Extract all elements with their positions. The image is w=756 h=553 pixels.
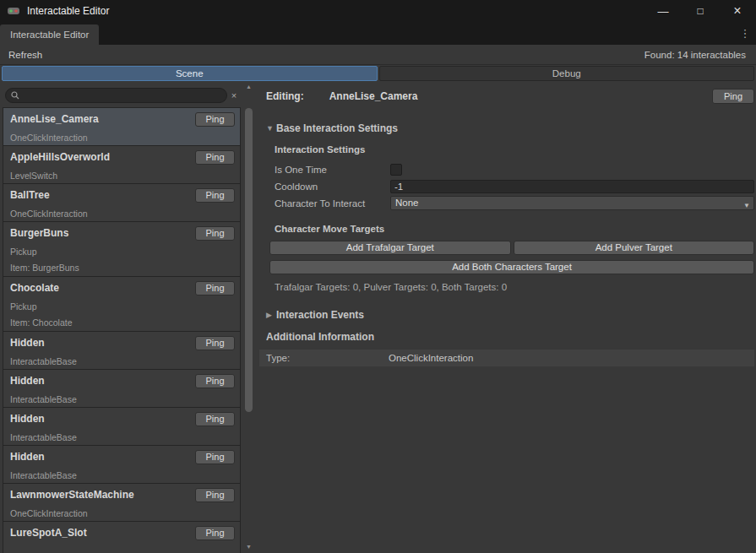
item-ping-button[interactable]: Ping: [195, 226, 235, 241]
maximize-icon[interactable]: □: [682, 0, 719, 22]
content-area: × AnneLise_Camera Ping OneClickInteracti…: [0, 82, 756, 553]
list-item[interactable]: BurgerBuns Ping PickupItem: BurgerBuns: [3, 221, 241, 277]
search-input[interactable]: [23, 89, 221, 102]
item-ping-button[interactable]: Ping: [195, 412, 235, 426]
item-subline: Item: Chocolate: [10, 317, 233, 328]
item-ping-button[interactable]: Ping: [195, 112, 235, 127]
add-both-characters-target-button[interactable]: Add Both Characters Target: [269, 260, 754, 274]
item-subline: Pickup: [10, 301, 233, 312]
item-ping-button[interactable]: Ping: [195, 281, 235, 295]
list-item[interactable]: BallTree Ping OneClickInteraction: [3, 183, 241, 222]
item-sublines: PickupItem: BurgerBuns: [10, 247, 233, 273]
window-controls: — □ ×: [645, 0, 756, 22]
list-item[interactable]: LureSpotA_Slot Ping: [3, 521, 241, 553]
foldout-base-interaction-settings[interactable]: ▼ Base Interaction Settings: [259, 122, 754, 134]
chevron-down-icon: ▼: [743, 199, 750, 212]
item-sublines: OneClickInteraction: [10, 508, 233, 518]
cooldown-row: Cooldown -1: [275, 178, 754, 194]
tab-debug[interactable]: Debug: [379, 66, 755, 81]
close-icon[interactable]: ×: [719, 0, 756, 22]
search-clear-icon[interactable]: ×: [227, 90, 241, 100]
refresh-button[interactable]: Refresh: [7, 48, 49, 62]
character-to-interact-dropdown[interactable]: None ▼: [390, 196, 754, 210]
type-row: Type: OneClickInteraction: [259, 350, 754, 366]
type-value: OneClickInteraction: [389, 353, 473, 363]
add-trafalgar-target-button[interactable]: Add Trafalgar Target: [269, 241, 511, 255]
interactable-editor-window: Interactable Editor — □ × Interactable E…: [0, 0, 756, 553]
editing-label: Editing:: [266, 90, 304, 102]
item-sublines: InteractableBase: [10, 432, 233, 442]
list-item[interactable]: Hidden Ping InteractableBase: [3, 445, 241, 484]
search-field[interactable]: [5, 88, 227, 103]
tab-scene[interactable]: Scene: [2, 66, 378, 81]
foldout-label: Base Interaction Settings: [276, 122, 398, 134]
list-item[interactable]: Hidden Ping InteractableBase: [3, 369, 241, 408]
is-one-time-row: Is One Time: [275, 161, 754, 177]
dock-tab-interactable-editor[interactable]: Interactable Editor: [0, 24, 99, 45]
item-sublines: PickupItem: Chocolate: [10, 301, 233, 328]
foldout-label: Interaction Events: [276, 309, 364, 321]
list-item[interactable]: LawnmowerStateMachine Ping OneClickInter…: [3, 483, 241, 522]
list-item[interactable]: AnneLise_Camera Ping OneClickInteraction: [3, 107, 241, 146]
item-sublines: InteractableBase: [10, 394, 233, 404]
item-ping-button[interactable]: Ping: [195, 374, 235, 388]
list-item[interactable]: Hidden Ping InteractableBase: [3, 407, 241, 446]
list-item[interactable]: Chocolate Ping PickupItem: Chocolate: [3, 276, 241, 332]
item-subline: InteractableBase: [10, 432, 233, 442]
window-title: Interactable Editor: [27, 5, 109, 17]
app-icon: [7, 4, 20, 18]
found-count-label: Found: 14 interactables: [645, 50, 749, 60]
character-to-interact-row: Character To Interact None ▼: [275, 195, 754, 211]
item-sublines: OneClickInteraction: [10, 209, 233, 219]
dropdown-value: None: [395, 198, 419, 208]
item-subline: OneClickInteraction: [10, 133, 233, 143]
target-buttons-row: Add Trafalgar Target Add Pulver Target: [269, 241, 754, 255]
item-ping-button[interactable]: Ping: [195, 188, 235, 203]
foldout-open-icon: ▼: [266, 124, 276, 133]
foldout-interaction-events[interactable]: ▶ Interaction Events: [259, 309, 754, 321]
interaction-settings-section: Interaction Settings Is One Time Cooldow…: [275, 144, 754, 292]
view-tabs: Scene Debug: [0, 65, 756, 82]
list-scrollbar[interactable]: ▲ ▼: [243, 82, 254, 553]
item-sublines: LevelSwitch: [10, 171, 233, 181]
scene-list-panel: × AnneLise_Camera Ping OneClickInteracti…: [0, 82, 255, 553]
item-subline: LevelSwitch: [10, 171, 233, 181]
item-ping-button[interactable]: Ping: [195, 150, 235, 165]
dock-tabstrip: Interactable Editor ⋮: [0, 22, 756, 45]
cooldown-label: Cooldown: [275, 182, 390, 192]
item-subline: InteractableBase: [10, 356, 233, 366]
item-sublines: InteractableBase: [10, 356, 233, 366]
list-item[interactable]: Hidden Ping InteractableBase: [3, 331, 241, 370]
search-icon: [11, 91, 19, 100]
item-subline: Item: BurgerBuns: [10, 263, 233, 273]
item-subline: OneClickInteraction: [10, 209, 233, 219]
editing-row: Editing: AnneLise_Camera Ping: [259, 89, 754, 104]
item-ping-button[interactable]: Ping: [195, 450, 235, 464]
scrollbar-thumb[interactable]: [245, 108, 253, 412]
item-ping-button[interactable]: Ping: [195, 526, 235, 540]
editing-ping-button[interactable]: Ping: [712, 89, 754, 104]
add-pulver-target-button[interactable]: Add Pulver Target: [514, 241, 755, 255]
inspector-panel: Editing: AnneLise_Camera Ping ▼ Base Int…: [255, 82, 756, 553]
targets-summary: Trafalgar Targets: 0, Pulver Targets: 0,…: [275, 282, 754, 292]
item-sublines: InteractableBase: [10, 470, 233, 480]
kebab-menu-icon[interactable]: ⋮: [739, 27, 751, 40]
item-subline: InteractableBase: [10, 470, 233, 480]
scroll-down-icon[interactable]: ▼: [243, 543, 254, 551]
additional-information-header: Additional Information: [259, 331, 754, 343]
titlebar: Interactable Editor — □ ×: [0, 0, 756, 22]
foldout-closed-icon: ▶: [266, 311, 276, 319]
item-ping-button[interactable]: Ping: [195, 336, 235, 350]
cooldown-field[interactable]: -1: [390, 180, 754, 193]
list-item[interactable]: AppleHillsOverworld Ping LevelSwitch: [3, 145, 241, 184]
scroll-up-icon[interactable]: ▲: [243, 83, 254, 91]
minimize-icon[interactable]: —: [645, 0, 682, 22]
item-subline: InteractableBase: [10, 394, 233, 404]
item-sublines: OneClickInteraction: [10, 133, 233, 143]
is-one-time-label: Is One Time: [275, 165, 390, 175]
move-targets-header: Character Move Targets: [275, 224, 754, 234]
is-one-time-checkbox[interactable]: [390, 164, 402, 176]
toolbar: Refresh Found: 14 interactables: [0, 45, 756, 65]
item-ping-button[interactable]: Ping: [195, 488, 235, 502]
interactable-list: AnneLise_Camera Ping OneClickInteraction…: [3, 107, 241, 553]
